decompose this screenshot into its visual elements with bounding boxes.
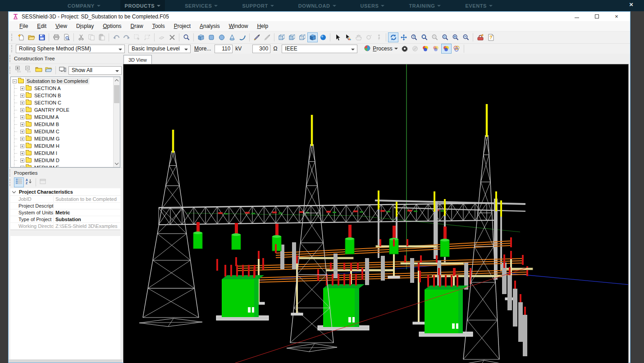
tree-item-section-c[interactable]: +SECTION C (11, 99, 113, 106)
save-button[interactable] (37, 32, 47, 42)
magnifier-button[interactable] (181, 32, 192, 42)
browser-nav-download[interactable]: DOWNLOAD (294, 0, 341, 11)
move-view-button[interactable] (398, 32, 409, 42)
browser-nav-training[interactable]: TRAINING (404, 0, 445, 11)
impulse-level-select[interactable]: Basic Impulse Level (128, 45, 191, 53)
toolbox-button[interactable] (475, 32, 485, 42)
tree-item-medium-g[interactable]: +MEDIUM G (11, 135, 113, 142)
render-mixed-colors-button[interactable] (441, 44, 452, 54)
hidden-cube-button[interactable] (287, 32, 297, 42)
expand-icon[interactable]: + (20, 159, 24, 163)
menu-tools[interactable]: Tools (148, 22, 169, 30)
expand-icon[interactable]: + (20, 151, 24, 155)
browser-nav-support[interactable]: SUPPORT (238, 0, 278, 11)
property-row-working-directory[interactable]: Working DirectoryZ:\SES-Shield 3D\Exampl… (10, 223, 120, 230)
browser-nav-events[interactable]: EVENTS (461, 0, 497, 11)
shaded-sphere-button[interactable] (318, 32, 328, 42)
collapse-icon[interactable]: − (13, 79, 17, 83)
print-button[interactable] (51, 32, 61, 42)
solid-cube-button[interactable] (307, 32, 318, 42)
shape-sphere-button[interactable] (216, 32, 227, 42)
delete-button[interactable] (167, 32, 177, 42)
open-folder-button[interactable] (26, 32, 37, 42)
redo-button[interactable] (121, 32, 132, 42)
browser-nav-services[interactable]: SERVICES (180, 0, 222, 11)
scroll-down-icon[interactable] (114, 160, 120, 167)
tree-scrollbar[interactable] (113, 77, 120, 167)
tree-item-section-a[interactable]: +SECTION A (11, 85, 113, 92)
zoom-window-button[interactable] (419, 32, 429, 42)
scroll-thumb[interactable] (114, 85, 119, 103)
3d-viewport[interactable] (123, 64, 629, 363)
cut-button[interactable] (76, 32, 86, 42)
properties-group-row[interactable]: Project Characteristics (10, 188, 120, 196)
more-link[interactable]: More... (194, 45, 211, 52)
tree-item-medium-b[interactable]: +MEDIUM B (11, 121, 113, 128)
expand-icon[interactable]: + (20, 86, 24, 91)
standard-select[interactable]: IEEE (282, 45, 357, 53)
tree-item-root[interactable]: −Substation to be Completed (11, 77, 113, 85)
menu-draw[interactable]: Draw (126, 22, 148, 30)
property-row-type-of-project[interactable]: Type of ProjectSubstation (10, 216, 120, 223)
scroll-up-icon[interactable] (114, 77, 120, 84)
tab-3d-view[interactable]: 3D View (123, 55, 152, 64)
browser-nav-company[interactable]: COMPANY (63, 0, 105, 11)
expand-icon[interactable]: + (20, 123, 24, 127)
shape-arc-button[interactable] (237, 32, 247, 42)
tree-item-gantry-pole[interactable]: +GANTRY POLE (11, 106, 113, 113)
kv-input[interactable] (215, 45, 233, 53)
browser-nav-products[interactable]: PRODUCTS (120, 0, 165, 11)
property-row-jobid[interactable]: JobIDSubstation to be Completed (10, 196, 120, 203)
expand-icon[interactable]: + (20, 130, 24, 134)
cursor-arrow-button[interactable] (332, 32, 343, 42)
menu-help[interactable]: Help (252, 22, 273, 30)
snap-tool-button[interactable] (251, 32, 262, 42)
settings-gear-icon[interactable] (400, 44, 410, 54)
categorized-view-icon[interactable] (14, 177, 24, 187)
shape-cone-button[interactable] (227, 32, 237, 42)
render-colors-button[interactable] (420, 44, 431, 54)
menu-view[interactable]: View (51, 22, 72, 30)
expand-icon[interactable]: + (20, 108, 24, 112)
menu-project[interactable]: Project (169, 22, 195, 30)
expand-icon[interactable]: + (20, 137, 24, 141)
menu-edit[interactable]: Edit (32, 22, 51, 30)
maximize-button[interactable] (587, 12, 607, 21)
new-file-button[interactable] (16, 32, 26, 42)
expand-icon[interactable]: + (20, 115, 24, 119)
print-preview-button[interactable] (61, 32, 72, 42)
menu-options[interactable]: Options (98, 22, 126, 30)
render-outline-colors-button[interactable] (452, 44, 462, 54)
zoom-in-button[interactable] (450, 32, 461, 42)
tree-item-medium-i[interactable]: +MEDIUM I (11, 150, 113, 157)
show-filter-select[interactable]: Show All (69, 66, 122, 75)
shape-cube-button[interactable] (196, 32, 206, 42)
property-row-project-descriptior[interactable]: Project Descriptior (10, 203, 120, 209)
menu-file[interactable]: File (15, 22, 32, 30)
collapse-all-icon[interactable] (24, 65, 34, 75)
zoom-extent-button[interactable] (440, 32, 450, 42)
tree-item-medium-c[interactable]: +MEDIUM C (11, 128, 113, 135)
expand-icon[interactable]: + (20, 144, 24, 148)
tree-item-medium-e[interactable]: +MEDIUM E (11, 164, 113, 168)
tree-item-medium-a[interactable]: +MEDIUM A (11, 113, 113, 121)
tree-item-medium-h[interactable]: +MEDIUM H (11, 142, 113, 150)
ohm-input[interactable] (252, 45, 270, 53)
web-close-icon[interactable]: × (629, 0, 633, 8)
display-monitor-icon[interactable] (58, 65, 68, 75)
wire-cube-button[interactable] (276, 32, 287, 42)
method-select[interactable]: Rolling Sphere Method (RSM) (16, 45, 125, 53)
outline-cube-button[interactable] (297, 32, 307, 42)
help-doc-button[interactable]: ? (485, 32, 496, 42)
menu-display[interactable]: Display (72, 22, 98, 30)
expand-icon[interactable]: + (20, 101, 24, 105)
rotate-view-button[interactable] (388, 32, 398, 42)
zoom-question-button[interactable]: ? (409, 32, 419, 42)
render-soft-colors-button[interactable] (431, 44, 441, 54)
browser-nav-users[interactable]: USERS (356, 0, 389, 11)
property-row-system-of-units[interactable]: System of UnitsMetric (10, 209, 120, 216)
folder-open-icon[interactable] (44, 65, 54, 75)
tree-item-section-b[interactable]: +SECTION B (11, 92, 113, 99)
minimize-button[interactable] (567, 12, 587, 21)
process-button[interactable]: Process (362, 44, 399, 54)
